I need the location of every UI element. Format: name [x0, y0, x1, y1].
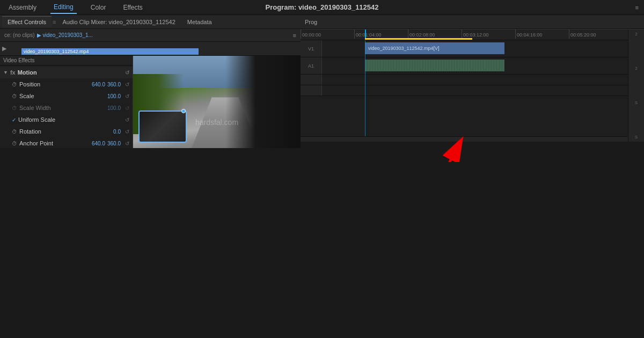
program-title: Program: video_20190303_112542: [265, 3, 378, 11]
motion-reset-icon[interactable]: ↺: [125, 70, 129, 76]
timeline-section: 00:00:00 00:01:04:00 00:02:08:00 00:03:1…: [301, 29, 644, 142]
scale-value[interactable]: 100.0: [107, 93, 121, 99]
effect-controls-panel: Video Effects ▼ fx Motion ↺ ⏱ Position: [0, 56, 133, 148]
rotation-value[interactable]: 0.0: [113, 129, 121, 135]
track-4-content: [322, 85, 644, 95]
rotation-reset[interactable]: ↺: [125, 129, 129, 135]
scale-reset[interactable]: ↺: [125, 93, 129, 99]
right-ctrl-2: 2: [635, 66, 637, 71]
scale-width-stopwatch: ⏱: [12, 105, 17, 111]
ruler-tc-3: 00:03:12:00: [462, 30, 515, 39]
video-frame: hardsfal.com: [133, 56, 301, 148]
scale-stopwatch[interactable]: ⏱: [12, 93, 17, 99]
audio-track-content: [322, 57, 644, 74]
scale-label: Scale: [19, 93, 107, 99]
effect-controls-menu-icon[interactable]: ≡: [53, 19, 56, 25]
motion-title-row[interactable]: ▼ fx Motion ↺: [0, 67, 133, 78]
position-value2[interactable]: 360.0: [107, 82, 121, 87]
right-ctrl-s1: S: [635, 100, 638, 105]
video-clip[interactable]: video_20190303_112542.mp4[V]: [365, 42, 504, 54]
video-track: V1 video_20190303_112542.mp4[V]: [301, 40, 644, 57]
scale-width-value: 100.0: [107, 105, 121, 111]
anchor-reset[interactable]: ↺: [125, 141, 129, 146]
video-track-content: video_20190303_112542.mp4[V]: [322, 40, 644, 57]
timeline-expand-arrow[interactable]: ▶: [2, 45, 10, 53]
panel-tab-bar: Effect Controls ≡ Audio Clip Mixer: vide…: [0, 15, 301, 29]
scale-width-row: ⏱ Scale Width 100.0 ↺: [9, 102, 133, 114]
position-stopwatch[interactable]: ⏱: [12, 82, 17, 87]
position-label: Position: [19, 81, 92, 87]
tab-metadata[interactable]: Metadata: [182, 17, 217, 27]
motion-fx-icon: fx: [10, 69, 16, 76]
timeline-tracks: V1 video_20190303_112542.mp4[V] A1: [301, 40, 644, 136]
ruler-tc-4: 00:04:16:00: [515, 30, 569, 39]
red-arrow-path: [433, 160, 467, 162]
fx-label: Video Effects: [3, 57, 35, 63]
content-area: Effect Controls ≡ Audio Clip Mixer: vide…: [0, 15, 644, 162]
scale-width-reset: ↺: [125, 105, 129, 111]
position-value1[interactable]: 640.0: [92, 82, 105, 87]
tab-audio-clip-mixer[interactable]: Audio Clip Mixer: video_20190303_112542: [57, 17, 180, 27]
tab-effect-controls[interactable]: Effect Controls: [2, 16, 52, 27]
menu-effects[interactable]: Effects: [120, 2, 145, 13]
track-3-label: [301, 75, 322, 85]
rotation-label: Rotation: [19, 128, 113, 135]
audio-waveform: [365, 60, 504, 71]
source-label: ce: (no clips): [4, 32, 35, 38]
ruler-tc-2: 00:02:08:00: [408, 30, 462, 39]
uniform-scale-label: Uniform Scale: [18, 116, 123, 123]
rotation-row[interactable]: ⏱ Rotation 0.0 ↺: [9, 126, 133, 137]
rotation-stopwatch[interactable]: ⏱: [12, 129, 17, 135]
track-3-content: [322, 75, 644, 85]
position-reset[interactable]: ↺: [125, 82, 129, 87]
ruler-tc-0: 00:00:00: [301, 30, 354, 39]
menu-color[interactable]: Color: [87, 2, 109, 13]
top-menu-bar: Assembly Editing Color Effects Program: …: [0, 0, 644, 15]
uniform-scale-reset[interactable]: ↺: [125, 117, 129, 123]
watermark-left: hardsfal.com: [195, 118, 238, 127]
position-row[interactable]: ⏱ Position 640.0 360.0 ↺: [9, 78, 133, 90]
track-3: [301, 75, 644, 85]
anchor-stopwatch[interactable]: ⏱: [12, 141, 17, 146]
video-track-label: V1: [301, 40, 322, 57]
blue-selection-dot: [181, 109, 186, 113]
timeline-scrollbar[interactable]: [301, 136, 644, 142]
track-4-label: [301, 85, 322, 95]
menu-editing[interactable]: Editing: [50, 1, 77, 14]
motion-section: ▼ fx Motion ↺ ⏱ Position 640.0 360.0 ↺: [0, 65, 133, 148]
mirror-preview-left: [138, 111, 187, 143]
motion-chevron: ▼: [3, 70, 8, 75]
scale-row[interactable]: ⏱ Scale 100.0 ↺: [9, 90, 133, 102]
anchor-label: Anchor Point: [19, 140, 92, 146]
anchor-value1[interactable]: 640.0: [92, 141, 105, 146]
scale-width-label: Scale Width: [19, 105, 107, 111]
motion-label: Motion: [18, 69, 123, 76]
video-preview: hardsfal.com: [133, 56, 301, 148]
ruler-tc-1: 00:01:04:00: [354, 30, 408, 39]
clip-label[interactable]: ▶ video_20190303_1...: [37, 32, 93, 38]
timeline-ruler: 00:00:00 00:01:04:00 00:02:08:00 00:03:1…: [301, 30, 644, 40]
audio-track: A1: [301, 57, 644, 75]
left-panel: Effect Controls ≡ Audio Clip Mixer: vide…: [0, 15, 301, 162]
uniform-scale-check[interactable]: ✓: [12, 117, 16, 123]
uniform-scale-row[interactable]: ✓ Uniform Scale ↺: [9, 114, 133, 126]
audio-track-label: A1: [301, 57, 322, 74]
program-monitor-header: Prog: [301, 15, 644, 29]
menu-assembly[interactable]: Assembly: [5, 2, 40, 13]
right-panel: Prog: [301, 15, 644, 162]
effect-controls-header: ce: (no clips) ▶ video_20190303_1... ≡: [0, 29, 301, 42]
ruler-tc-5: 00:05:20:00: [569, 30, 623, 39]
clip-bar[interactable]: video_20190303_112542.mp4: [21, 48, 199, 55]
anchor-value2[interactable]: 360.0: [107, 141, 121, 146]
effect-controls-hamburger[interactable]: ≡: [293, 32, 296, 39]
timeline-work-area-bar: [365, 38, 472, 40]
timeline-playhead-line: [365, 40, 365, 136]
right-ctrl-s2: S: [635, 135, 638, 139]
clip-bar-container: video_20190303_112542.mp4: [21, 48, 301, 55]
right-ctrl-1: 2: [635, 32, 637, 36]
program-menu-icon[interactable]: ≡: [635, 4, 639, 11]
audio-clip[interactable]: [365, 60, 504, 71]
anchor-point-row[interactable]: ⏱ Anchor Point 640.0 360.0 ↺: [9, 137, 133, 148]
fx-header: Video Effects: [0, 56, 133, 65]
program-label: Prog: [305, 19, 317, 25]
